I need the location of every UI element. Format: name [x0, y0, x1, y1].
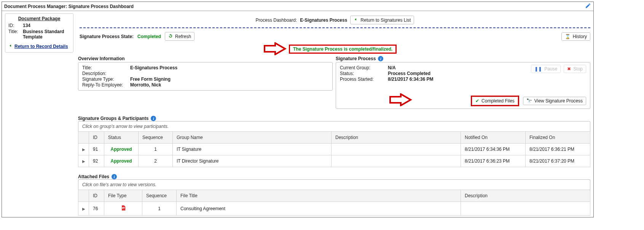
cell-desc	[332, 155, 461, 167]
info-icon[interactable]: i	[151, 116, 156, 121]
files-table: ID File Type Sequence File Title Descrip…	[78, 190, 590, 216]
state-label: Signature Process State:	[80, 34, 134, 39]
state-value: Completed	[137, 34, 161, 39]
cell-finalized: 8/21/2017 6:36:21 PM	[526, 144, 590, 155]
back-arrow-green-icon	[354, 17, 358, 23]
table-row: ▶92Approved2IT Director Signature8/21/20…	[78, 155, 590, 167]
stop-button[interactable]: ✖ Stop	[564, 65, 586, 73]
th-desc: Description	[461, 190, 590, 202]
dashboard-header: Process Dashboard: E-Signatures Process …	[80, 13, 590, 26]
ov-sigtype: Free Form Signing	[130, 77, 171, 82]
binoculars-icon: 🔭	[526, 98, 532, 104]
cell-desc	[461, 202, 590, 216]
title-bar: Document Process Manager: Signature Proc…	[2, 2, 593, 11]
ov-reply: Morrotto, Nick	[130, 82, 161, 88]
status-value: Process Completed	[388, 71, 430, 76]
cell-name: IT Director Signature	[173, 155, 332, 167]
cell-id: 91	[89, 144, 104, 155]
status-message-row: The Signature Process is completed/final…	[80, 45, 590, 55]
cell-notified: 8/21/2017 6:36:23 PM	[461, 155, 526, 167]
expand-toggle[interactable]: ▶	[78, 202, 89, 216]
groups-heading: Signature Groups & Participants	[78, 116, 148, 121]
cell-status: Approved	[110, 158, 132, 164]
cell-finalized: 8/21/2017 6:37:20 PM	[526, 155, 590, 167]
cell-name: IT Signature	[173, 144, 332, 155]
th-finalized: Finalized On	[526, 132, 590, 144]
ov-title: E-Signatures Process	[130, 65, 177, 70]
title-label: Title:	[8, 29, 21, 40]
expand-toggle[interactable]: ▶	[78, 144, 89, 155]
th-type: File Type	[104, 190, 142, 202]
chevron-right-icon: ▶	[82, 207, 85, 211]
return-signatures-list-button[interactable]: Return to Signatures List	[350, 16, 414, 24]
stop-label: Stop	[573, 66, 583, 72]
files-heading: Attached Files	[78, 174, 109, 179]
ov-sigtype-label: Signature Type:	[82, 77, 128, 82]
completed-files-label: Completed Files	[481, 98, 515, 104]
started-value: 8/21/2017 6:34:36 PM	[388, 77, 433, 82]
expand-toggle[interactable]: ▶	[78, 155, 89, 167]
cell-title: Consulting Agreement	[177, 202, 461, 216]
pause-button[interactable]: ❚❚ Pause	[531, 65, 561, 73]
cell-seq: 1	[142, 202, 177, 216]
th-notified: Notified On	[461, 132, 526, 144]
view-signature-process-label: View Signature Process	[534, 98, 583, 104]
status-message: The Signature Process is completed/final…	[289, 45, 397, 54]
return-record-details-link[interactable]: Return to Record Details	[8, 43, 70, 49]
group-label: Current Group:	[340, 65, 386, 70]
th-seq: Sequence	[142, 190, 177, 202]
th-name: Group Name	[173, 132, 332, 144]
hourglass-icon: ⌛	[565, 34, 571, 39]
started-label: Process Started:	[340, 77, 386, 82]
group-value: N/A	[388, 65, 396, 70]
edit-icon[interactable]	[585, 3, 591, 10]
id-label: ID:	[8, 23, 21, 28]
refresh-label: Refresh	[175, 34, 191, 39]
page-title: Document Process Manager: Signature Proc…	[4, 4, 134, 9]
history-button[interactable]: ⌛ History	[561, 32, 590, 41]
completed-files-button[interactable]: ✔ Completed Files	[472, 97, 518, 105]
ov-reply-label: Reply-To Employee:	[82, 82, 128, 88]
cell-status: Approved	[110, 147, 132, 152]
files-hint: Click on file's arrow to view versions.	[78, 179, 590, 190]
chevron-right-icon: ▶	[82, 159, 85, 163]
check-icon: ✔	[475, 98, 479, 104]
signature-process-panel: Signature Process i ❚❚ Pause ✖ Stop Curr…	[336, 56, 590, 109]
info-icon[interactable]: i	[378, 56, 383, 61]
refresh-icon	[168, 34, 173, 39]
cell-filetype	[104, 202, 142, 216]
refresh-button[interactable]: Refresh	[165, 32, 194, 41]
pdf-icon	[120, 207, 126, 212]
return-signatures-list-label: Return to Signatures List	[360, 18, 411, 23]
doc-id: 134	[23, 23, 70, 28]
cell-seq: 2	[139, 155, 173, 167]
document-package-heading: Document Package	[8, 16, 70, 21]
process-dashboard-label: Process Dashboard:	[256, 18, 297, 23]
th-desc: Description	[332, 132, 461, 144]
th-title: File Title	[177, 190, 461, 202]
annotation-arrow-icon	[389, 93, 412, 107]
annotation-arrow-icon	[264, 42, 287, 56]
overview-panel: Overview Information Title:E-Signatures …	[78, 56, 333, 109]
sigproc-heading: Signature Process	[336, 56, 376, 61]
back-arrow-icon	[8, 43, 13, 49]
table-row: ▶91Approved1IT Signature8/21/2017 6:34:3…	[78, 144, 590, 155]
cell-id: 92	[89, 155, 104, 167]
history-label: History	[573, 34, 587, 39]
th-id: ID	[89, 132, 104, 144]
pause-icon: ❚❚	[534, 66, 542, 72]
pause-label: Pause	[544, 66, 557, 72]
cell-seq: 1	[139, 144, 173, 155]
table-row: ▶761Consulting Agreement	[78, 202, 590, 216]
attached-files-section: Attached Files i Click on file's arrow t…	[2, 171, 593, 217]
th-seq: Sequence	[139, 132, 173, 144]
divider	[80, 27, 590, 28]
doc-title: Business Standard Template	[23, 29, 70, 40]
cell-id: 76	[89, 202, 104, 216]
info-icon[interactable]: i	[112, 174, 117, 179]
groups-table: ID Status Sequence Group Name Descriptio…	[78, 131, 590, 167]
th-id: ID	[89, 190, 104, 202]
ov-desc-label: Description:	[82, 71, 128, 76]
signature-groups-section: Signature Groups & Participants i Click …	[2, 113, 593, 167]
view-signature-process-button[interactable]: 🔭 View Signature Process	[523, 97, 586, 105]
